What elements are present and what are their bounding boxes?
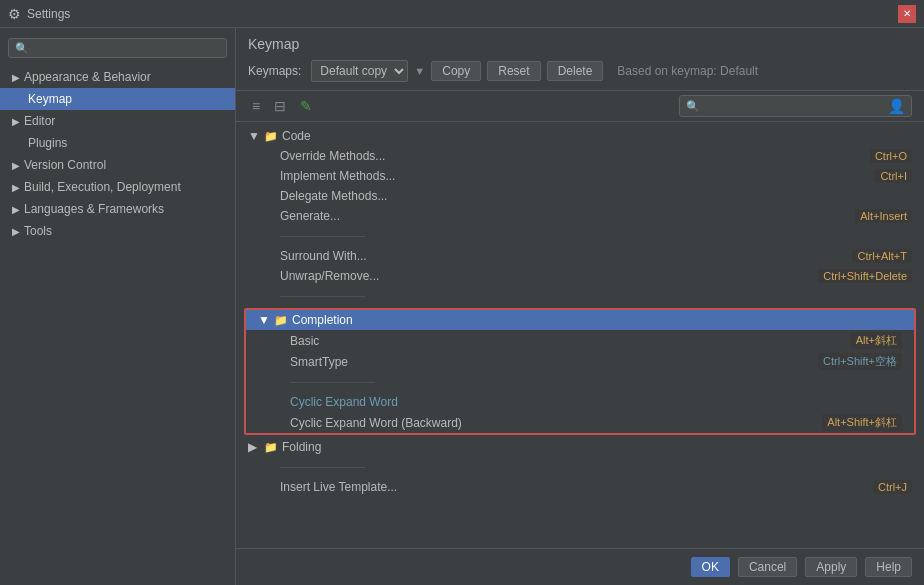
toolbar: ≡ ⊟ ✎ 🔍 👤 [236,91,924,122]
tree-item-label: Folding [282,440,321,454]
tree-item-implement[interactable]: Implement Methods... Ctrl+I [236,166,924,186]
keymap-select[interactable]: Default copy [311,60,408,82]
apply-button[interactable]: Apply [805,557,857,577]
tree-item-generate[interactable]: Generate... Alt+Insert [236,206,924,226]
build-arrow-icon: ▶ [12,182,20,193]
app-icon: ⚙ [8,6,21,22]
tree-item-label: Generate... [280,209,340,223]
sidebar-item-label: Languages & Frameworks [24,202,164,216]
vc-arrow-icon: ▶ [12,160,20,171]
sidebar-search-input[interactable] [33,41,220,55]
separator4: ────────── [280,460,365,474]
title-bar: ⚙ Settings ✕ [0,0,924,28]
completion-folder-icon: 📁 [274,314,288,327]
dropdown-arrow-icon: ▼ [414,65,425,77]
close-button[interactable]: ✕ [898,5,916,23]
bottom-bar: OK Cancel Apply Help [236,548,924,585]
main-container: 🔍 ▶ Appearance & Behavior Keymap ▶ Edito… [0,28,924,585]
tree-container[interactable]: ▼ 📁 Code Override Methods... Ctrl+O Impl… [236,122,924,548]
sidebar-search-box[interactable]: 🔍 [8,38,227,58]
appearance-arrow-icon: ▶ [12,72,20,83]
separator3: ────────── [290,375,375,389]
tree-item-label: Override Methods... [280,149,385,163]
keymaps-label: Keymaps: [248,64,301,78]
copy-button[interactable]: Copy [431,61,481,81]
unwrap-shortcut: Ctrl+Shift+Delete [818,269,912,283]
tree-item-code[interactable]: ▼ 📁 Code [236,126,924,146]
help-button[interactable]: Help [865,557,912,577]
tree-item-basic[interactable]: Basic Alt+斜杠 [246,330,914,351]
tree-item-insertlive[interactable]: Insert Live Template... Ctrl+J [236,477,924,497]
separator1: ────────── [280,229,365,243]
sidebar-item-label: Build, Execution, Deployment [24,180,181,194]
tree-item-unwrap[interactable]: Unwrap/Remove... Ctrl+Shift+Delete [236,266,924,286]
tree-item-label: Implement Methods... [280,169,395,183]
edit-icon[interactable]: ✎ [296,96,316,116]
tree-item-cyclic[interactable]: Cyclic Expand Word [246,392,914,412]
tree-item-override[interactable]: Override Methods... Ctrl+O [236,146,924,166]
expand-all-icon[interactable]: ≡ [248,96,264,116]
sidebar-item-plugins[interactable]: Plugins [0,132,235,154]
sidebar-item-keymap[interactable]: Keymap [0,88,235,110]
tree-item-label: Cyclic Expand Word [290,395,398,409]
sidebar-search-icon: 🔍 [15,42,29,55]
tree-item-label: Unwrap/Remove... [280,269,379,283]
lang-arrow-icon: ▶ [12,204,20,215]
tree-item-label: Insert Live Template... [280,480,397,494]
implement-shortcut: Ctrl+I [875,169,912,183]
tree-item-delegate[interactable]: Delegate Methods... [236,186,924,206]
tree-item-sep4: ────────── [236,457,924,477]
sidebar-item-editor[interactable]: ▶ Editor [0,110,235,132]
basic-shortcut: Alt+斜杠 [851,332,902,349]
delete-button[interactable]: Delete [547,61,604,81]
smarttype-shortcut: Ctrl+Shift+空格 [818,353,902,370]
sidebar-item-tools[interactable]: ▶ Tools [0,220,235,242]
sidebar-item-appearance[interactable]: ▶ Appearance & Behavior [0,66,235,88]
tree-item-surround[interactable]: Surround With... Ctrl+Alt+T [236,246,924,266]
override-shortcut: Ctrl+O [870,149,912,163]
sidebar-item-label: Editor [24,114,55,128]
user-icon: 👤 [888,98,905,114]
tree-item-label: Delegate Methods... [280,189,387,203]
code-arrow-icon: ▼ [248,129,264,143]
tree-item-folding[interactable]: ▶ 📁 Folding [236,437,924,457]
sidebar-item-versioncontrol[interactable]: ▶ Version Control [0,154,235,176]
collapse-all-icon[interactable]: ⊟ [270,96,290,116]
tree-item-label: Code [282,129,311,143]
sidebar: 🔍 ▶ Appearance & Behavior Keymap ▶ Edito… [0,28,236,585]
keymap-search-input[interactable] [704,99,884,113]
cancel-button[interactable]: Cancel [738,557,797,577]
sidebar-item-label: Plugins [28,136,67,150]
tree-item-sep3: ────────── [246,372,914,392]
search-field[interactable]: 🔍 👤 [679,95,912,117]
sidebar-item-build[interactable]: ▶ Build, Execution, Deployment [0,176,235,198]
tree-item-completion[interactable]: ▼ 📁 Completion [246,310,914,330]
tree-item-label: Completion [292,313,353,327]
folding-arrow-icon: ▶ [248,440,264,454]
cyclicback-shortcut: Alt+Shift+斜杠 [822,414,902,431]
keymap-bar: Keymaps: Default copy ▼ Copy Reset Delet… [248,60,912,82]
window-title: Settings [27,7,70,21]
sidebar-item-label: Appearance & Behavior [24,70,151,84]
sidebar-item-languages[interactable]: ▶ Languages & Frameworks [0,198,235,220]
generate-shortcut: Alt+Insert [855,209,912,223]
tree-item-sep2: ────────── [236,286,924,306]
tree-item-cyclicback[interactable]: Cyclic Expand Word (Backward) Alt+Shift+… [246,412,914,433]
content-header: Keymap Keymaps: Default copy ▼ Copy Rese… [236,28,924,91]
based-on-label: Based on keymap: Default [617,64,758,78]
surround-shortcut: Ctrl+Alt+T [852,249,912,263]
tree-item-smarttype[interactable]: SmartType Ctrl+Shift+空格 [246,351,914,372]
sidebar-item-label: Tools [24,224,52,238]
tree-item-label: Cyclic Expand Word (Backward) [290,416,462,430]
tree-item-label: SmartType [290,355,348,369]
sidebar-item-label: Keymap [28,92,72,106]
reset-button[interactable]: Reset [487,61,540,81]
code-folder-icon: 📁 [264,130,278,143]
ok-button[interactable]: OK [691,557,730,577]
content-title: Keymap [248,36,912,52]
editor-arrow-icon: ▶ [12,116,20,127]
tree-item-sep1: ────────── [236,226,924,246]
content-area: Keymap Keymaps: Default copy ▼ Copy Rese… [236,28,924,585]
folding-folder-icon: 📁 [264,441,278,454]
sidebar-item-label: Version Control [24,158,106,172]
